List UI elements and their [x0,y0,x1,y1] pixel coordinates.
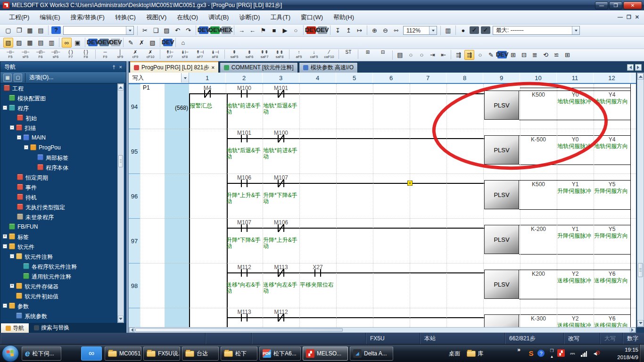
ladder-symbol-button[interactable]: ─F9 [98,49,112,61]
tree-item[interactable]: +软元件存储器 [0,281,117,291]
menu-item[interactable]: 调试(B) [203,12,234,23]
taskbar-pdf-button[interactable]: PDF 松下A6... [259,346,301,361]
menu-item[interactable]: 视图(V) [141,12,172,23]
list-icon[interactable]: ▥ [47,38,57,48]
dev-grid-icon[interactable]: DEV [99,39,109,46]
ladder-symbol-button[interactable]: ⊣/⊢F6 [33,49,48,61]
ladder-symbol-button[interactable]: ⊟ [376,49,390,61]
start-button[interactable] [2,345,19,362]
contact[interactable] [314,269,315,277]
fit-width-icon[interactable]: ⇿ [391,25,401,35]
taskbar-delta-button[interactable]: ◢ Delta A... [350,346,393,361]
ladder-canvas[interactable]: P1(568)M4报警汇总M100地轨*前进&手动M101地轨*后退&手动PLS… [129,84,636,327]
tree-item[interactable]: 通用软元件注释 [0,272,117,281]
combo-arrow-icon[interactable] [126,26,133,34]
contact[interactable] [247,224,248,232]
tree-filter-icon[interactable]: ▢ [14,74,22,82]
nav-tab-navigation[interactable]: 导航 [0,323,29,333]
statement-edit-icon[interactable]: ▤ [395,50,405,60]
tree-expander-icon[interactable]: - [3,106,7,110]
contact[interactable] [241,90,242,98]
find-contact-icon[interactable]: ○ [406,50,416,60]
find-red-icon[interactable]: ○ [475,50,485,60]
ladder-symbol-button[interactable]: ↓caF5 [307,49,321,61]
open-file-icon[interactable]: ❐ [14,25,24,35]
device-write-icon[interactable]: DEV [306,26,316,34]
ladder-symbol-button[interactable]: ↡⊢sF8 [178,49,192,61]
dev-dim-icon[interactable]: DEV [111,39,120,46]
gray-state-icon[interactable]: ● [458,25,468,35]
ladder-symbol-button[interactable]: ⊞ [361,49,375,61]
tool-dim-icon[interactable]: ▧ [148,38,157,48]
contact[interactable] [320,269,321,277]
plsv-block[interactable]: PLSV [484,314,519,327]
nav-close-icon[interactable]: × [119,64,122,70]
ladder-symbol-button[interactable]: { }F8 [79,49,93,61]
mdi-restore-button[interactable]: ❐ [627,14,631,20]
tree-item[interactable]: 局部标签 [0,153,117,163]
volume-muted-icon[interactable]: ◄⊘ [591,349,599,357]
contact[interactable] [283,224,284,232]
network-signal-icon[interactable] [581,351,587,357]
new-file-icon[interactable]: ▢ [3,25,13,35]
ladder-symbol-button[interactable]: ST [341,49,355,61]
plsv-block[interactable]: PLSV [484,270,519,299]
vertical-scrollbar[interactable] [637,73,644,327]
tab-scroll-right-icon[interactable] [635,64,642,71]
taskbar-folder-delta[interactable]: 台达 [182,346,219,361]
tree-item[interactable]: -参数 [0,301,117,311]
dev-comment-icon[interactable]: DEV [88,39,98,46]
find-window-icon[interactable]: ∞ [62,38,72,48]
ladder-symbol-button[interactable]: ⁄caF10 [322,49,336,61]
nav-tab-search[interactable]: 搜索与替换 [29,323,74,333]
save-icon[interactable]: ▦ [25,25,35,35]
menu-item[interactable]: 工程(P) [4,12,34,23]
copy-icon[interactable]: ❑ [151,25,161,35]
taskbar-baidu-netdisk-button[interactable]: ∞ [81,346,102,361]
tree-item[interactable]: -扫描 [0,123,117,133]
ladder-symbol-button[interactable]: ⇟⇟saF8 [272,49,287,61]
menu-item[interactable]: 编辑(E) [34,12,65,23]
tab-comment[interactable]: COMMENT [软元件注释] [220,62,298,73]
start-monitor-icon[interactable]: ▶ [280,25,290,35]
check1-icon[interactable]: ✓ [470,26,479,34]
contact[interactable] [241,314,242,321]
tree-expander-icon[interactable]: - [10,125,14,130]
power-plug-icon[interactable]: ⎓ [569,349,577,357]
zoom-combobox[interactable]: 112% [403,26,437,35]
module-icon[interactable]: ▦ [25,38,35,48]
find-coil-icon[interactable]: ○ [417,50,427,60]
plsv-block[interactable]: PLSV [484,135,519,165]
contact[interactable] [247,90,248,98]
contact[interactable] [241,135,242,142]
tree-item[interactable]: 模块配置图 [0,93,117,103]
tree-item[interactable]: -ProgPou [0,143,117,153]
tree-item[interactable]: -程序 [0,103,117,113]
options-button[interactable]: 选项(O)... [27,74,53,82]
restore-button[interactable]: ❐ [609,1,622,9]
redo-icon[interactable]: ↷ [183,25,193,35]
taskbar-ie-button[interactable]: e 松下伺... [22,346,61,361]
contact[interactable] [283,135,284,142]
melsoft-tray-icon[interactable]: ▞ [557,349,565,357]
print-icon[interactable]: ▤ [36,25,46,35]
ladder-symbol-button[interactable]: ( )F7 [64,49,78,61]
clock[interactable]: 19:15 2018/4/9 [611,346,638,361]
ladder-symbol-button[interactable]: ↡⊣aF8 [208,49,222,61]
ladder-symbol-button[interactable]: ⇞saF5 [227,49,241,61]
contact[interactable] [247,180,248,187]
help-icon[interactable]: ? [51,26,61,34]
justify-icon[interactable]: ≌ [552,50,561,60]
tree-item[interactable]: +标签 [0,232,117,242]
zoom-combo-arrow-icon[interactable] [429,26,437,34]
insert-row-icon[interactable]: ⊞ [508,50,518,60]
plsv-block[interactable]: PLSV [484,90,519,120]
device-read-icon[interactable]: DEV [318,26,327,34]
contact[interactable] [283,90,284,98]
tree-item[interactable]: 无执行类型指定 [0,202,117,212]
dev-search-icon[interactable]: DEV [497,51,507,58]
tab-progpou[interactable]: ProgPou [PRG] [LD] 821步 × [130,61,219,73]
online-change-icon[interactable]: ↥ [344,25,354,35]
grid-list-icon[interactable]: ⊞ [562,50,572,60]
menu-item[interactable]: 窗口(W) [296,12,328,23]
